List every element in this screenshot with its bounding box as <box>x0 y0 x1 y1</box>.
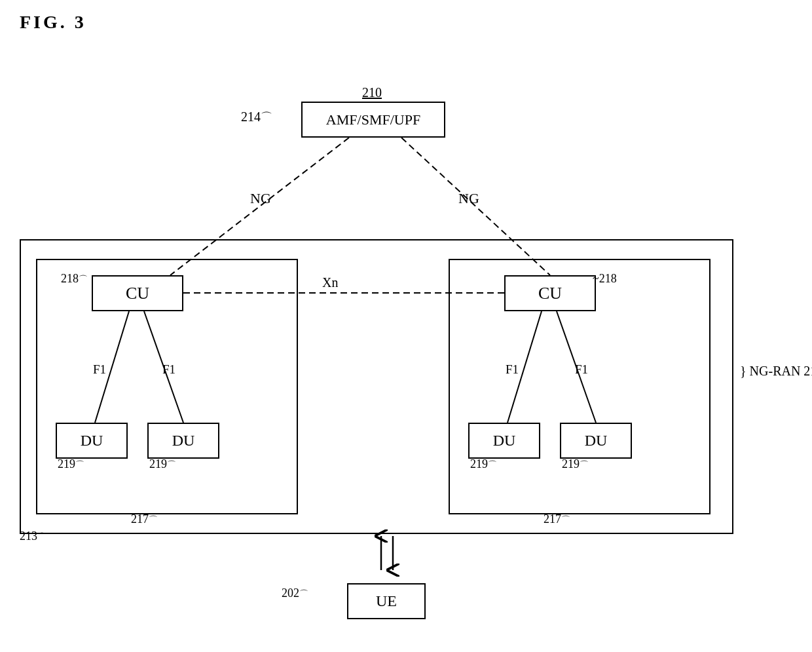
figure-title: FIG. 3 <box>20 12 86 33</box>
ref-213: 213⌒ <box>20 529 46 543</box>
ref-218-right: ~218 <box>593 272 617 286</box>
du-right-1-box: DU <box>468 423 540 459</box>
svg-text:NG: NG <box>250 190 271 206</box>
cu-right-box: CU <box>504 275 596 311</box>
ref-217-right: 217⌒ <box>544 512 570 526</box>
ref-219-dl2: 219⌒ <box>149 457 176 471</box>
svg-text:NG: NG <box>458 190 479 206</box>
ref-218-left: 218⌒ <box>61 272 88 286</box>
du-left-2-box: DU <box>147 423 219 459</box>
ngran-label: } NG-RAN 211 <box>740 364 812 379</box>
ue-box: UE <box>347 583 426 619</box>
ref-202: 202⌒ <box>282 586 308 600</box>
amf-smf-upf-box: AMF/SMF/UPF <box>301 102 445 138</box>
ref-219-dr2: 219⌒ <box>562 457 589 471</box>
du-right-2-box: DU <box>560 423 632 459</box>
ref-217-left: 217⌒ <box>131 512 158 526</box>
cu-left-box: CU <box>92 275 183 311</box>
ref-219-dr1: 219⌒ <box>470 457 497 471</box>
ref-219-dl1: 219⌒ <box>58 457 84 471</box>
label-214: 214⌒ <box>241 109 272 125</box>
diagram-container: FIG. 3 210 AMF/SMF/UPF 214⌒ CU CU DU DU … <box>0 0 812 652</box>
system-label-210: 210 <box>362 85 382 100</box>
du-left-1-box: DU <box>56 423 128 459</box>
